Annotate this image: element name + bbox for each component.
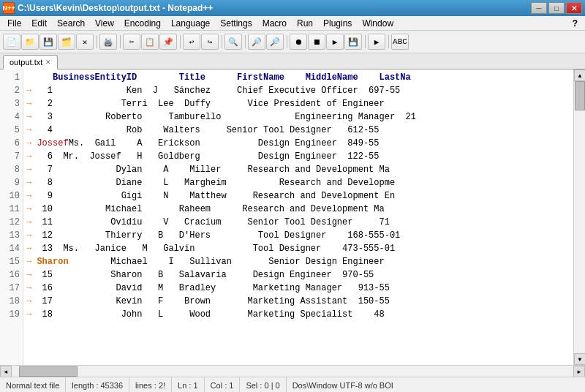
- scroll-left-button[interactable]: ◄: [0, 366, 12, 377]
- line-number: 7: [3, 150, 20, 163]
- line-number: 9: [3, 176, 20, 189]
- minimize-button[interactable]: ─: [531, 2, 547, 14]
- h-scroll-thumb[interactable]: [19, 366, 78, 377]
- line-arrow: →: [26, 204, 37, 214]
- table-row: → 6 Mr. Jossef H Goldberg Design Enginee…: [26, 150, 570, 163]
- vertical-scrollbar[interactable]: ▲ ▼: [573, 69, 585, 365]
- tb-find[interactable]: 🔍: [224, 34, 242, 50]
- scroll-track[interactable]: [574, 81, 585, 353]
- tb-redo[interactable]: ↪: [201, 34, 219, 50]
- table-row: → 11 Ovidiu V Cracium Senior Tool Design…: [26, 216, 570, 229]
- line-number: 1: [3, 71, 20, 84]
- status-col: Col : 1: [205, 377, 241, 392]
- tb-save-all[interactable]: 🗂️: [58, 34, 75, 50]
- editor[interactable]: 12345678910111213141516171819 BusinessEn…: [0, 69, 585, 365]
- tab-close-button[interactable]: ✕: [45, 59, 51, 66]
- line-number: 14: [3, 242, 20, 255]
- status-file-type: Normal text file: [0, 377, 66, 392]
- menu-settings[interactable]: Settings: [216, 17, 256, 30]
- horizontal-scrollbar[interactable]: ◄ ►: [0, 365, 585, 377]
- tb-sep-1: [94, 34, 99, 50]
- line-arrow: →: [26, 138, 37, 148]
- line-number: 18: [3, 295, 20, 308]
- tb-zoom-out[interactable]: 🔎: [266, 34, 284, 50]
- line-number: 16: [3, 268, 20, 282]
- scroll-up-button[interactable]: ▲: [574, 69, 585, 81]
- menu-plugins[interactable]: Plugins: [319, 17, 356, 30]
- menu-macro[interactable]: Macro: [258, 17, 291, 30]
- line-arrow: →: [26, 191, 37, 201]
- menu-encoding[interactable]: Encoding: [120, 17, 165, 30]
- tab-bar: output.txt ✕: [0, 53, 585, 69]
- menu-search[interactable]: Search: [53, 17, 89, 30]
- line-arrow: →: [26, 283, 37, 293]
- menu-window[interactable]: Window: [358, 17, 398, 30]
- table-row: → 17 Kevin F Brown Marketing Assistant 1…: [26, 295, 570, 308]
- line-arrow: →: [26, 165, 37, 175]
- tb-sep-2: [118, 34, 122, 50]
- tb-macro-save[interactable]: 💾: [344, 34, 362, 50]
- status-ln: Ln : 1: [172, 377, 205, 392]
- scroll-down-button[interactable]: ▼: [574, 353, 585, 365]
- tb-close[interactable]: ✕: [76, 34, 94, 50]
- line-number: 4: [3, 110, 20, 124]
- tb-sep-5: [243, 34, 247, 50]
- tb-sep-8: [386, 34, 390, 50]
- menu-file[interactable]: File: [3, 17, 26, 30]
- menu-view[interactable]: View: [91, 17, 118, 30]
- table-row: → 7 Dylan A Miller Research and Developm…: [26, 163, 570, 176]
- menu-bar: File Edit Search View Encoding Language …: [0, 16, 585, 31]
- status-lines: lines : 2!: [129, 377, 172, 392]
- table-row: → JossefMs. Gail A Erickson Design Engin…: [26, 137, 570, 150]
- scroll-thumb[interactable]: [575, 81, 585, 110]
- status-encoding: Dos\Window UTF-8 w/o BOI: [287, 377, 399, 392]
- tb-sep-7: [363, 34, 367, 50]
- line-arrow: →: [26, 309, 37, 320]
- table-row: → 1 Ken J Sánchez Chief Executive Office…: [26, 84, 570, 97]
- table-row: → 12 Thierry B D'Hers Tool Designer 168-…: [26, 229, 570, 242]
- tb-print[interactable]: 🖨️: [99, 34, 117, 50]
- toolbar-row-1: 📄 📁 💾 🗂️ ✕ 🖨️ ✂ 📋 📌 ↩ ↪ 🔍 🔎 🔎 ⏺ ⏹ ▶ 💾 ▶ …: [3, 32, 582, 51]
- file-tab[interactable]: output.txt ✕: [3, 55, 58, 69]
- toolbar-area: 📄 📁 💾 🗂️ ✕ 🖨️ ✂ 📋 📌 ↩ ↪ 🔍 🔎 🔎 ⏺ ⏹ ▶ 💾 ▶ …: [0, 31, 585, 53]
- table-row: → 2 Terri Lee Duffy Vice President of En…: [26, 97, 570, 110]
- line-number: 12: [3, 216, 20, 229]
- tb-macro-rec[interactable]: ⏺: [290, 34, 307, 50]
- menu-language[interactable]: Language: [167, 17, 214, 30]
- table-row: → 10 Michael Raheem Research and Develop…: [26, 203, 570, 216]
- line-number: 17: [3, 282, 20, 295]
- tb-undo[interactable]: ↩: [183, 34, 200, 50]
- tb-save[interactable]: 💾: [39, 34, 57, 50]
- tb-open[interactable]: 📁: [21, 34, 39, 50]
- tb-new[interactable]: 📄: [3, 34, 20, 50]
- tab-label: output.txt: [10, 58, 42, 67]
- close-button[interactable]: ✕: [566, 2, 582, 14]
- menu-run[interactable]: Run: [292, 17, 317, 30]
- tb-macro-stop[interactable]: ⏹: [308, 34, 325, 50]
- tb-cut[interactable]: ✂: [123, 34, 140, 50]
- line-number: 3: [3, 97, 20, 110]
- tb-paste[interactable]: 📌: [159, 34, 177, 50]
- editor-content[interactable]: BusinessEntityID Title FirstName MiddleN…: [23, 69, 573, 365]
- h-scroll-track[interactable]: [12, 366, 573, 377]
- line-arrow: →: [26, 125, 37, 135]
- tb-run[interactable]: ▶: [368, 34, 385, 50]
- line-arrow: →: [26, 86, 37, 96]
- maximize-button[interactable]: □: [548, 2, 565, 14]
- menu-edit[interactable]: Edit: [27, 17, 51, 30]
- menu-help[interactable]: ?: [568, 17, 582, 30]
- tb-zoom-in[interactable]: 🔎: [248, 34, 265, 50]
- table-row: → 16 David M Bradley Marketing Manager 9…: [26, 282, 570, 295]
- table-row: → 18 John L Wood Marketing Specialist 48: [26, 308, 570, 321]
- title-bar-left: N++ C:\Users\Kevin\Desktop\output.txt - …: [3, 2, 213, 14]
- tb-copy[interactable]: 📋: [141, 34, 159, 50]
- line-arrow: →: [26, 151, 37, 162]
- table-row: → 13 Ms. Janice M Galvin Tool Designer 4…: [26, 242, 570, 255]
- line-number: 11: [3, 203, 20, 216]
- line-number: 10: [3, 189, 20, 203]
- table-row: → 9 Gigi N Matthew Research and Developm…: [26, 189, 570, 203]
- tb-spellcheck[interactable]: ABC: [391, 34, 409, 50]
- line-number: 8: [3, 163, 20, 176]
- tb-macro-play[interactable]: ▶: [326, 34, 344, 50]
- scroll-right-button[interactable]: ►: [573, 366, 585, 377]
